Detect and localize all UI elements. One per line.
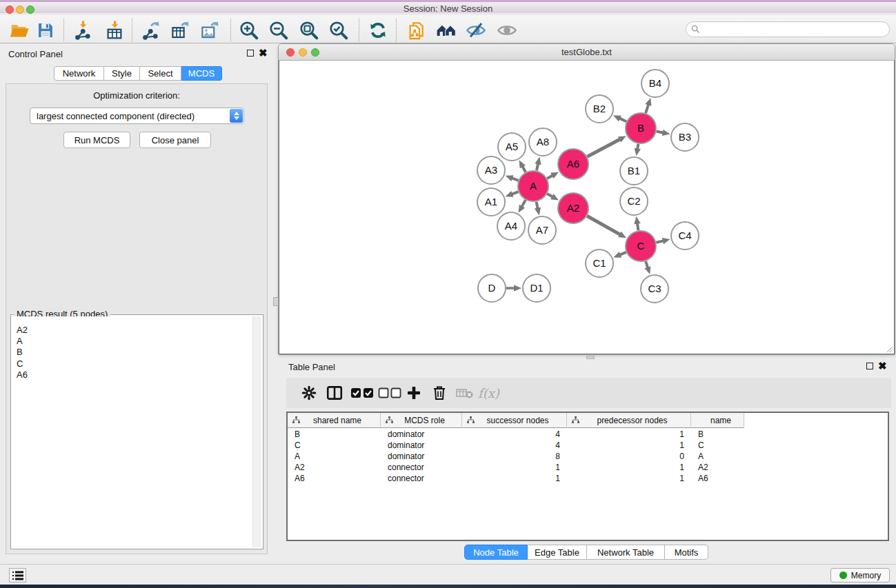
hide-eye-icon[interactable] <box>465 19 487 41</box>
table-cell[interactable]: 1 <box>462 462 567 473</box>
table-cell[interactable]: 1 <box>567 473 691 484</box>
search-input[interactable] <box>686 21 890 37</box>
graph-edge-B-B4[interactable] <box>646 103 648 113</box>
zoom-in-icon[interactable] <box>238 19 260 41</box>
gear-icon[interactable] <box>301 383 317 403</box>
table-cell[interactable]: dominator <box>381 451 462 462</box>
table-cell[interactable]: B <box>691 429 744 440</box>
import-network-icon[interactable] <box>72 19 94 41</box>
table-cell[interactable]: B <box>288 429 381 440</box>
column-header-successor-nodes[interactable]: successor nodes <box>462 413 567 428</box>
export-network-icon[interactable] <box>139 19 161 41</box>
table-row[interactable]: A6connector11A6 <box>288 473 888 484</box>
run-mcds-button[interactable]: Run MCDS <box>63 132 130 148</box>
graph-node-label-A2: A2 <box>567 202 579 214</box>
result-item[interactable]: B <box>17 347 261 358</box>
table-body: Bdominator41BCdominator41CAdominator80AA… <box>288 429 888 484</box>
table-cell[interactable]: 4 <box>462 429 567 440</box>
table-cell[interactable]: 1 <box>567 440 691 451</box>
open-session-icon[interactable] <box>8 19 30 41</box>
network-window-titlebar[interactable]: testGlobe.txt <box>279 44 895 61</box>
vertical-split-handle[interactable] <box>273 297 279 306</box>
resize-grip-icon[interactable] <box>885 345 893 353</box>
mcds-result-list[interactable]: A2ABCA6 <box>12 316 261 547</box>
table-cell[interactable]: A2 <box>691 462 744 473</box>
column-header-predecessor-nodes[interactable]: predecessor nodes <box>567 413 691 428</box>
tab-mcds[interactable]: MCDS <box>181 66 222 81</box>
table-cell[interactable]: 1 <box>462 473 567 484</box>
table-cell[interactable]: A2 <box>288 462 381 473</box>
home-view-icon[interactable] <box>435 19 457 41</box>
zoom-out-icon[interactable] <box>268 19 290 41</box>
table-cell[interactable]: 1 <box>567 429 691 440</box>
hide-columns-icon[interactable] <box>378 383 401 403</box>
table-cell[interactable]: A <box>288 451 381 462</box>
tab-style[interactable]: Style <box>104 66 140 81</box>
table-row[interactable]: Adominator80A <box>288 451 888 462</box>
graph-node-label-B2: B2 <box>593 103 606 114</box>
table-cell[interactable]: dominator <box>381 440 462 451</box>
close-panel-icon[interactable]: ✖ <box>259 50 268 57</box>
tab-node-table[interactable]: Node Table <box>464 545 528 560</box>
graph-arrowhead <box>514 285 521 292</box>
column-header-MCDS-role[interactable]: MCDS role <box>381 413 462 428</box>
close-panel-button[interactable]: Close panel <box>139 132 211 148</box>
show-columns-icon[interactable] <box>350 383 374 403</box>
horizontal-split-handle[interactable] <box>586 356 595 359</box>
show-eye-icon[interactable] <box>496 19 518 41</box>
table-row[interactable]: Cdominator41C <box>288 440 888 451</box>
column-header-name[interactable]: name <box>691 413 744 428</box>
graph-edge-A6-B[interactable] <box>587 139 621 156</box>
table-row[interactable]: Bdominator41B <box>288 429 888 440</box>
close-table-panel-icon[interactable]: ✖ <box>878 363 887 369</box>
application-window: Session: New Session <box>0 0 896 588</box>
column-header-shared-name[interactable]: shared name <box>288 413 381 428</box>
table-cell[interactable]: A6 <box>288 473 381 484</box>
criterion-dropdown[interactable]: largest connected component (directed) <box>30 108 244 124</box>
graph-node-label-C1: C1 <box>593 257 606 269</box>
export-table-icon[interactable] <box>169 19 191 41</box>
network-canvas[interactable]: B4B2BB3A8A5A6A3B1AC2A1A2A4A7C4CC1DD1C3 <box>279 61 895 354</box>
table-cell[interactable]: dominator <box>381 429 462 440</box>
zoom-selected-icon[interactable] <box>328 19 350 41</box>
table-cell[interactable]: 0 <box>567 451 691 462</box>
refresh-layout-icon[interactable] <box>367 19 389 41</box>
result-item[interactable]: A <box>17 336 261 347</box>
add-column-icon[interactable] <box>406 383 422 403</box>
export-image-icon[interactable] <box>199 19 221 41</box>
table-cell[interactable]: A <box>691 451 744 462</box>
tab-edge-table[interactable]: Edge Table <box>528 545 587 560</box>
table-cell[interactable]: 8 <box>462 451 567 462</box>
result-item[interactable]: C <box>17 358 261 369</box>
memory-button[interactable]: Memory <box>830 568 890 582</box>
task-history-button[interactable] <box>9 568 26 582</box>
table-cell[interactable]: C <box>691 440 744 451</box>
search-text-field[interactable] <box>703 25 889 34</box>
result-item[interactable]: A2 <box>17 325 261 336</box>
column-layout-icon[interactable] <box>326 383 344 403</box>
network-graph[interactable]: B4B2BB3A8A5A6A3B1AC2A1A2A4A7C4CC1DD1C3 <box>279 61 895 354</box>
tab-motifs[interactable]: Motifs <box>665 545 708 560</box>
graph-arrowhead <box>506 191 514 197</box>
tab-network-table[interactable]: Network Table <box>587 545 665 560</box>
result-item[interactable]: A6 <box>17 369 261 381</box>
zoom-fit-icon[interactable] <box>298 19 320 41</box>
tab-select[interactable]: Select <box>140 66 181 81</box>
float-panel-icon[interactable] <box>247 50 254 57</box>
graph-edge-A2-C[interactable] <box>587 216 621 235</box>
table-cell[interactable]: A6 <box>691 473 744 484</box>
clone-network-icon[interactable] <box>406 19 428 41</box>
delete-column-icon[interactable] <box>431 383 448 403</box>
table-cell[interactable]: 1 <box>567 462 691 473</box>
table-cell[interactable]: 4 <box>462 440 567 451</box>
table-cell[interactable]: connector <box>381 462 462 473</box>
table-cell[interactable]: C <box>288 440 381 451</box>
save-session-icon[interactable] <box>34 19 57 41</box>
import-table-icon[interactable] <box>103 19 126 41</box>
table-row[interactable]: A2connector11A2 <box>288 462 888 473</box>
table-cell[interactable]: connector <box>381 473 462 484</box>
result-scrollbar[interactable] <box>252 316 261 547</box>
table-panel-window-buttons: ✖ <box>866 363 887 369</box>
tab-network[interactable]: Network <box>54 66 104 81</box>
float-table-panel-icon[interactable] <box>866 363 873 369</box>
